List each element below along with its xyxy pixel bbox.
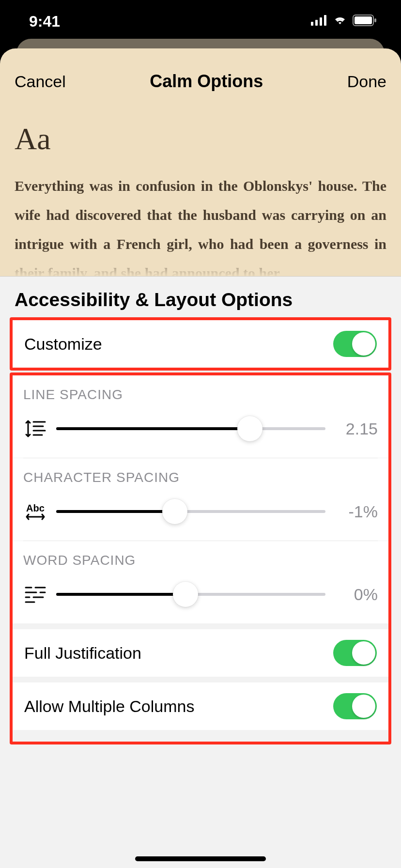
character-spacing-section: CHARACTER SPACING Abc -1% bbox=[13, 458, 388, 541]
svg-rect-6 bbox=[374, 18, 376, 22]
status-bar: 9:41 bbox=[0, 0, 401, 43]
font-sample-aa: Aa bbox=[15, 121, 386, 157]
multiple-columns-label: Allow Multiple Columns bbox=[24, 697, 194, 716]
panel-title: Accessibility & Layout Options bbox=[0, 277, 401, 317]
cellular-signal-icon bbox=[311, 15, 327, 28]
battery-icon bbox=[353, 15, 377, 28]
svg-rect-2 bbox=[320, 17, 322, 26]
multiple-columns-row: Allow Multiple Columns bbox=[13, 682, 388, 730]
customize-label: Customize bbox=[24, 335, 102, 354]
customize-row: Customize bbox=[13, 320, 388, 368]
character-spacing-value: -1% bbox=[334, 502, 378, 521]
svg-rect-5 bbox=[355, 16, 372, 24]
line-spacing-section: LINE SPACING 2.15 bbox=[13, 375, 388, 458]
status-icons bbox=[311, 15, 377, 28]
status-time: 9:41 bbox=[29, 13, 60, 31]
svg-rect-1 bbox=[315, 20, 318, 26]
character-spacing-icon: Abc bbox=[23, 499, 47, 524]
sheet-title: Calm Options bbox=[150, 71, 263, 92]
word-spacing-icon bbox=[23, 582, 47, 606]
done-button[interactable]: Done bbox=[347, 72, 386, 91]
word-spacing-value: 0% bbox=[334, 585, 378, 604]
wifi-icon bbox=[332, 15, 348, 28]
char-icon-text: Abc bbox=[26, 503, 45, 513]
multiple-columns-toggle[interactable] bbox=[333, 693, 377, 719]
full-justification-toggle[interactable] bbox=[333, 640, 377, 666]
highlight-sliders: LINE SPACING 2.15 CHARACTER SPACING bbox=[10, 372, 391, 744]
word-spacing-slider[interactable] bbox=[56, 580, 325, 609]
customize-toggle[interactable] bbox=[333, 331, 377, 357]
toggle-knob bbox=[352, 332, 375, 356]
home-indicator[interactable] bbox=[135, 856, 266, 861]
preview-fade-overlay bbox=[0, 248, 401, 277]
text-preview: Aa Everything was in confusion in the Ob… bbox=[0, 97, 401, 277]
options-panel: Accessibility & Layout Options Customize… bbox=[0, 276, 401, 868]
word-spacing-section: WORD SPACING 0% bbox=[13, 541, 388, 623]
svg-rect-0 bbox=[311, 22, 313, 26]
sheet-header: Cancel Calm Options Done bbox=[0, 48, 401, 97]
highlight-customize: Customize bbox=[10, 317, 391, 371]
character-spacing-label: CHARACTER SPACING bbox=[23, 470, 378, 485]
modal-sheet: Cancel Calm Options Done Aa Everything w… bbox=[0, 48, 401, 868]
character-spacing-slider[interactable] bbox=[56, 497, 325, 526]
full-justification-row: Full Justification bbox=[13, 629, 388, 677]
full-justification-label: Full Justification bbox=[24, 644, 141, 663]
character-spacing-row: Abc -1% bbox=[23, 497, 378, 526]
word-spacing-label: WORD SPACING bbox=[23, 553, 378, 568]
toggle-knob bbox=[352, 641, 375, 665]
line-spacing-icon bbox=[23, 417, 47, 441]
svg-rect-3 bbox=[324, 15, 326, 26]
cancel-button[interactable]: Cancel bbox=[15, 72, 66, 91]
toggle-knob bbox=[352, 695, 375, 718]
line-spacing-label: LINE SPACING bbox=[23, 387, 378, 403]
line-spacing-value: 2.15 bbox=[334, 419, 378, 438]
word-spacing-row: 0% bbox=[23, 580, 378, 609]
line-spacing-slider[interactable] bbox=[56, 414, 325, 443]
line-spacing-row: 2.15 bbox=[23, 414, 378, 443]
